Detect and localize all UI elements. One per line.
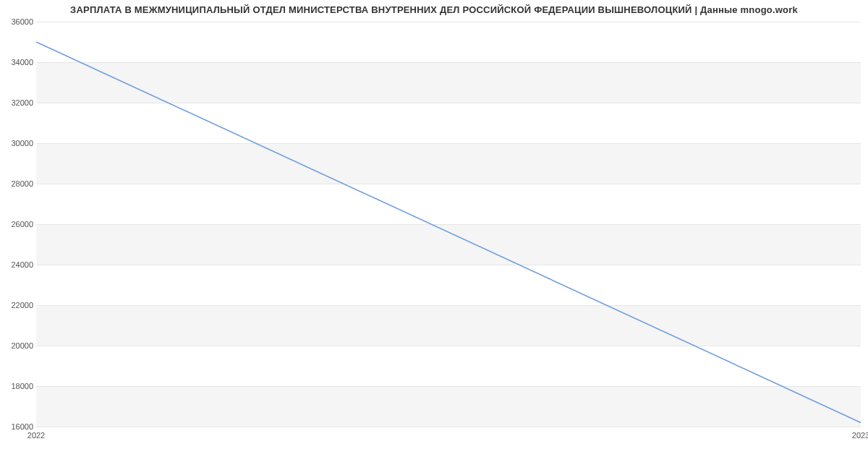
y-tick-label: 28000 xyxy=(1,179,33,188)
gridline xyxy=(36,427,861,427)
line-series xyxy=(36,22,861,427)
x-tick-label: 2023 xyxy=(852,431,868,440)
y-tick-label: 18000 xyxy=(1,382,33,390)
chart-container: ЗАРПЛАТА В МЕЖМУНИЦИПАЛЬНЫЙ ОТДЕЛ МИНИСТ… xyxy=(0,0,868,470)
y-tick-label: 22000 xyxy=(1,301,33,309)
y-tick-label: 30000 xyxy=(1,139,33,148)
chart-title: ЗАРПЛАТА В МЕЖМУНИЦИПАЛЬНЫЙ ОТДЕЛ МИНИСТ… xyxy=(0,4,868,15)
x-tick-label: 2022 xyxy=(27,431,45,440)
plot-area xyxy=(36,22,861,427)
y-tick-label: 16000 xyxy=(1,422,33,431)
y-tick-label: 24000 xyxy=(1,260,33,269)
y-tick-label: 34000 xyxy=(1,58,33,67)
y-tick-label: 26000 xyxy=(1,220,33,228)
y-tick-label: 32000 xyxy=(1,98,33,107)
y-tick-label: 36000 xyxy=(1,17,33,26)
y-tick-label: 20000 xyxy=(1,341,33,350)
